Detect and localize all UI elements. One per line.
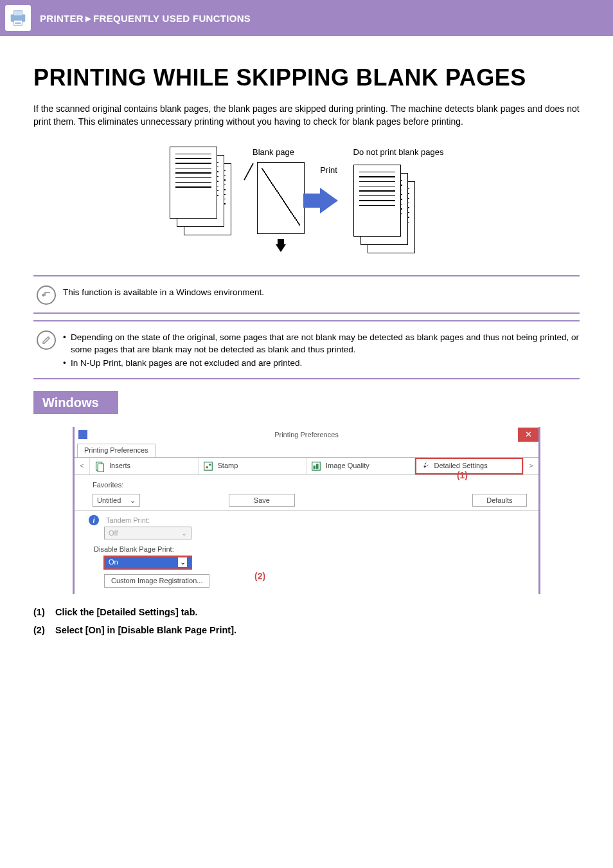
step-number: (2) bbox=[33, 624, 49, 637]
pencil-icon bbox=[33, 329, 59, 350]
step-text: Select [On] in [Disable Blank Page Print… bbox=[55, 624, 236, 637]
print-arrow-column: Print bbox=[320, 147, 338, 213]
image-quality-icon bbox=[310, 460, 322, 472]
close-button[interactable]: ✕ bbox=[518, 428, 538, 442]
svg-rect-12 bbox=[314, 466, 316, 469]
custom-image-registration-button[interactable]: Custom Image Registration... bbox=[104, 574, 209, 588]
favorites-label: Favorites: bbox=[93, 480, 123, 490]
info-icon: i bbox=[89, 515, 99, 525]
note-windows-only: This function is available in a Windows … bbox=[33, 275, 580, 314]
tabs-scroll-right[interactable]: > bbox=[523, 458, 538, 475]
dialog-titlebar: Printing Preferences ✕ bbox=[75, 427, 538, 442]
blank-page-column: Blank page bbox=[243, 147, 305, 252]
step-text: Click the [Detailed Settings] tab. bbox=[55, 606, 198, 619]
printing-preferences-dialog: Printing Preferences ✕ Printing Preferen… bbox=[73, 427, 540, 594]
note-bullet: In N-Up Print, blank pages are not exclu… bbox=[63, 357, 580, 370]
svg-rect-8 bbox=[204, 462, 212, 471]
save-button[interactable]: Save bbox=[229, 494, 295, 507]
do-not-print-label: Do not print blank pages bbox=[353, 147, 444, 158]
note-text: This function is available in a Windows … bbox=[59, 284, 264, 299]
dropdown-value: Untitled bbox=[97, 496, 121, 505]
svg-rect-7 bbox=[98, 464, 103, 472]
step-1: (1) Click the [Detailed Settings] tab. bbox=[33, 606, 580, 619]
step-2: (2) Select [On] in [Disable Blank Page P… bbox=[33, 624, 580, 637]
step-number: (1) bbox=[33, 606, 49, 619]
callout-1: (1) bbox=[457, 469, 468, 482]
svg-rect-2 bbox=[13, 21, 22, 26]
tandem-print-label: Tandem Print: bbox=[106, 516, 150, 524]
intro-paragraph: If the scanned original contains blank p… bbox=[33, 103, 580, 128]
page-stack-right bbox=[353, 165, 415, 252]
settings-tabs: < Inserts Stamp Image Quality Detailed S… bbox=[75, 457, 538, 475]
dropdown-value: Off bbox=[109, 529, 118, 538]
blank-page-diagram: Blank page Print Do not print blank page… bbox=[33, 147, 580, 252]
tab-stamp[interactable]: Stamp bbox=[199, 458, 307, 475]
svg-rect-1 bbox=[13, 11, 22, 16]
app-icon bbox=[78, 430, 87, 439]
tabs-scroll-left[interactable]: < bbox=[75, 458, 90, 475]
blank-page-icon bbox=[257, 162, 305, 234]
svg-line-5 bbox=[244, 163, 253, 180]
windows-heading: Windows bbox=[33, 391, 118, 414]
svg-rect-10 bbox=[208, 464, 211, 466]
breadcrumb-text: PRINTER►FREQUENTLY USED FUNCTIONS bbox=[40, 12, 251, 25]
down-arrow-icon bbox=[276, 244, 286, 252]
stamp-icon bbox=[202, 460, 214, 472]
chevron-down-icon: ⌄ bbox=[130, 496, 136, 505]
instruction-steps: (1) Click the [Detailed Settings] tab. (… bbox=[33, 606, 580, 637]
printer-icon bbox=[5, 5, 31, 31]
page-stack-left bbox=[170, 147, 231, 234]
chevron-down-icon: ⌄ bbox=[181, 529, 187, 538]
breadcrumb-banner: PRINTER►FREQUENTLY USED FUNCTIONS bbox=[0, 0, 613, 36]
favorites-dropdown[interactable]: Untitled ⌄ bbox=[93, 494, 140, 507]
return-icon bbox=[33, 284, 59, 305]
tab-detailed-settings[interactable]: Detailed Settings bbox=[415, 458, 524, 475]
inserts-icon bbox=[94, 460, 105, 472]
tab-label: Image Quality bbox=[326, 461, 369, 471]
window-tabstrip: Printing Preferences bbox=[75, 442, 538, 457]
dropdown-value: On bbox=[109, 557, 118, 567]
chevron-down-icon: ⌄ bbox=[178, 557, 187, 567]
note-bullet: Depending on the state of the original, … bbox=[63, 332, 580, 356]
output-column: Do not print blank pages bbox=[353, 147, 444, 252]
disable-blank-page-label: Disable Blank Page Print: bbox=[94, 545, 174, 553]
note-caveats: Depending on the state of the original, … bbox=[33, 320, 580, 380]
tab-inserts[interactable]: Inserts bbox=[90, 458, 199, 475]
tab-image-quality[interactable]: Image Quality bbox=[306, 458, 415, 475]
tab-label: Inserts bbox=[109, 461, 130, 471]
down-arrow-icon bbox=[278, 239, 284, 244]
disable-blank-page-dropdown[interactable]: On ⌄ bbox=[104, 556, 191, 569]
blank-page-label: Blank page bbox=[243, 147, 305, 158]
right-arrow-icon bbox=[320, 188, 338, 213]
callout-2: (2) bbox=[254, 570, 265, 583]
page-title: PRINTING WHILE SKIPPING BLANK PAGES bbox=[33, 62, 580, 94]
pointer-line-icon bbox=[243, 162, 254, 181]
svg-point-9 bbox=[206, 466, 208, 469]
wrench-icon bbox=[419, 460, 431, 472]
print-label: Print bbox=[320, 165, 338, 176]
svg-rect-13 bbox=[316, 464, 319, 469]
tab-printing-preferences[interactable]: Printing Preferences bbox=[77, 444, 155, 457]
dialog-title: Printing Preferences bbox=[274, 430, 339, 440]
defaults-button[interactable]: Defaults bbox=[472, 494, 527, 507]
tandem-print-dropdown[interactable]: Off ⌄ bbox=[104, 527, 191, 539]
tab-label: Stamp bbox=[218, 461, 238, 471]
